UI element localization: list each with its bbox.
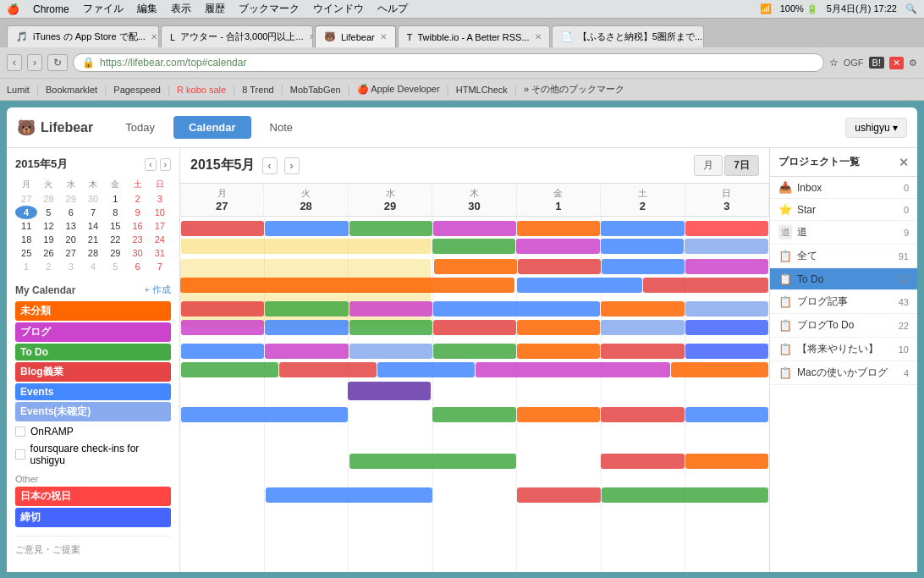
tab-today[interactable]: Today [110,116,170,139]
cal-day[interactable]: 3 [149,192,171,206]
menu-edit[interactable]: 編集 [137,2,157,16]
cal-day[interactable]: 16 [126,219,148,233]
event-block[interactable] [601,344,684,359]
cal-day[interactable]: 4 [82,260,104,273]
project-item-future[interactable]: 📋 【将来やりたい】 10 [770,338,917,361]
event-block[interactable] [671,362,768,377]
cal-day[interactable]: 7 [82,206,104,219]
cal-day[interactable]: 5 [37,206,59,219]
cal-day[interactable]: 1 [104,192,126,206]
event-block[interactable] [476,362,670,377]
menu-chrome[interactable]: Chrome [33,3,69,15]
cal-day[interactable]: 30 [82,192,104,206]
menu-bookmarks[interactable]: ブックマーク [239,2,300,16]
event-block[interactable] [601,301,684,317]
tab-lifebear[interactable]: 🐻 Lifebear ✕ [315,25,396,47]
forward-button[interactable]: › [27,54,42,71]
bookmark-trend[interactable]: 8 Trend [242,85,273,95]
cal-day[interactable]: 9 [126,206,148,219]
cal-day[interactable]: 23 [126,233,148,246]
cal-day[interactable]: 18 [15,233,37,246]
project-item-michi[interactable]: 道 道 9 [770,221,917,245]
cal-day[interactable]: 2 [37,260,59,273]
event-block[interactable] [517,344,600,359]
cal-item-onramp[interactable]: OnRAMP [15,423,171,440]
event-block[interactable] [265,221,348,236]
bookmark-mobtabgen[interactable]: MobTabGen [290,85,341,95]
event-block[interactable] [601,320,684,335]
reload-button[interactable]: ↻ [47,54,68,71]
menu-history[interactable]: 履歴 [205,2,225,16]
cal-item-blog-business[interactable]: Blog義業 [15,362,171,382]
pocket-btn[interactable]: ✕ [889,57,904,69]
event-block[interactable] [518,259,601,274]
cal-day[interactable]: 6 [126,260,148,273]
cal-day[interactable]: 1 [15,260,37,273]
cal-day[interactable]: 27 [60,246,82,260]
menu-view[interactable]: 表示 [171,2,191,16]
event-block[interactable] [433,221,516,236]
event-block[interactable] [685,239,768,254]
panel-close-button[interactable]: ✕ [899,156,909,169]
cal-day[interactable]: 17 [149,219,171,233]
cal-day[interactable]: 5 [104,260,126,273]
bookmark-bookmarklet[interactable]: Bookmarklet [46,85,97,95]
cal-item-blog[interactable]: ブログ [15,322,171,342]
event-block[interactable] [181,221,264,236]
event-block[interactable] [602,487,768,503]
cal-day[interactable]: 12 [37,219,59,233]
cal-day[interactable]: 14 [82,219,104,233]
bookmark-apple-dev[interactable]: 🍎 Apple Developer [357,84,440,95]
cal-day[interactable]: 24 [149,233,171,246]
event-block[interactable] [685,259,768,274]
event-block[interactable] [377,362,475,377]
cal-item-todo[interactable]: To Do [15,344,171,361]
event-block[interactable] [265,320,348,335]
cal-day[interactable]: 3 [60,260,82,273]
mini-cal-next[interactable]: › [160,158,171,171]
cal-day-today[interactable]: 4 [15,206,37,219]
bookmark-pagespeed[interactable]: Pagespeed [113,85,161,95]
project-item-inbox[interactable]: 📥 Inbox 0 [770,177,917,199]
event-block[interactable] [433,320,516,335]
event-block[interactable] [517,221,600,236]
cal-day[interactable]: 10 [149,206,171,219]
project-item-todo[interactable]: 📋 To Do 12 [770,268,917,290]
event-block[interactable] [685,407,768,422]
project-item-star[interactable]: ⭐ Star 0 [770,199,917,221]
event-allday[interactable] [180,259,431,327]
cal-day[interactable]: 11 [15,219,37,233]
event-block[interactable] [265,301,348,317]
project-item-mac-blog[interactable]: 📋 Macの使いかブログ 4 [770,361,917,385]
cal-day[interactable]: 29 [60,192,82,206]
tab-close[interactable]: ✕ [535,32,542,41]
event-block[interactable] [265,344,348,359]
tab-calendar[interactable]: Calendar [173,116,251,139]
cal-item-holiday[interactable]: 日本の祝日 [15,487,171,506]
event-block[interactable] [433,301,600,317]
event-block[interactable] [349,221,432,236]
event-block[interactable] [349,320,432,335]
cal-day[interactable]: 7 [149,260,171,273]
star-icon[interactable]: ☆ [829,57,839,69]
event-block[interactable] [685,221,768,236]
project-item-blog-article[interactable]: 📋 ブログ記事 43 [770,290,917,314]
event-block[interactable] [601,239,685,254]
event-block-purple[interactable] [348,382,430,400]
cal-day[interactable]: 31 [149,246,171,260]
menu-file[interactable]: ファイル [83,2,124,16]
event-block[interactable] [349,344,432,359]
event-multiday[interactable] [180,278,514,293]
event-block[interactable] [349,301,432,317]
user-menu[interactable]: ushigyu ▾ [845,118,907,138]
event-block-span[interactable] [181,239,432,254]
cal-item-events-unconfirmed[interactable]: Events(未確定) [15,402,171,421]
event-block[interactable] [685,454,768,469]
event-block[interactable] [601,454,684,469]
event-block[interactable] [434,259,517,274]
project-item-all[interactable]: 📋 全て 91 [770,245,917,268]
event-block[interactable] [181,407,348,422]
event-block[interactable] [266,487,432,503]
ogf-btn[interactable]: OGF [844,58,864,68]
cal-prev-button[interactable]: ‹ [262,157,278,174]
